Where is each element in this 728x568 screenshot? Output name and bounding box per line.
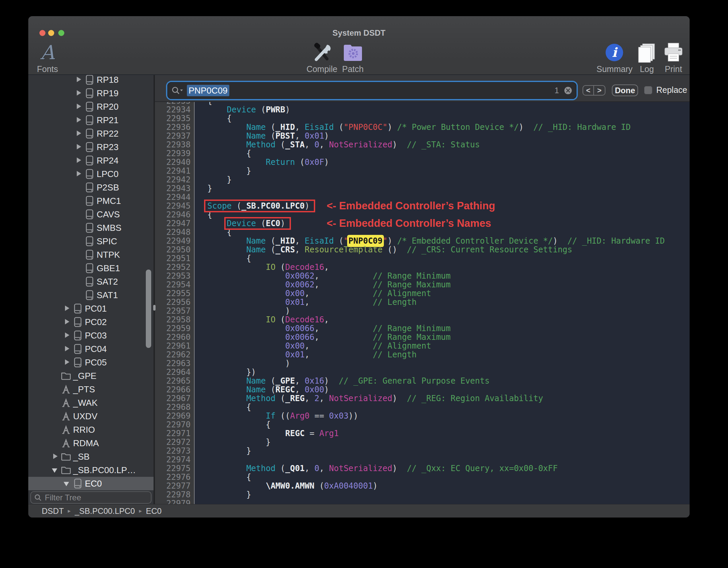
sidebar-item-pmc1[interactable]: PMC1 [28, 194, 154, 208]
code-line[interactable]: 22938 Method (_STA, 0, NotSerialized) //… [155, 140, 690, 149]
compile-button[interactable]: Compile [306, 41, 337, 74]
sidebar-item-gpe[interactable]: _GPE [28, 369, 154, 383]
code-line[interactable]: 22941 } [155, 167, 690, 175]
code-line[interactable]: 22970 { [155, 420, 690, 429]
code-line[interactable]: 22975 Method (_Q01, 0, NotSerialized) //… [155, 464, 690, 473]
sidebar-item-rp24[interactable]: RP24 [28, 154, 154, 167]
sidebar-item-rp23[interactable]: RP23 [28, 140, 154, 154]
sidebar-item-ntpk[interactable]: NTPK [28, 248, 154, 261]
sidebar-item-sat2[interactable]: SAT2 [28, 275, 154, 288]
code-line[interactable]: 22978 } [155, 490, 690, 499]
code-line[interactable]: 22940 Return (0x0F) [155, 158, 690, 167]
code-line[interactable]: 22951 { [155, 254, 690, 263]
sidebar-item-rdma[interactable]: RDMA [28, 436, 154, 450]
code-line[interactable]: 22950 Name (_CRS, ResourceTemplate () //… [155, 245, 690, 254]
disclosure-closed-icon[interactable] [74, 130, 84, 138]
code-line[interactable]: 22962 0x01, // Length [155, 350, 690, 359]
disclosure-closed-icon[interactable] [74, 103, 84, 111]
disclosure-closed-icon[interactable] [74, 116, 84, 124]
disclosure-closed-icon[interactable] [74, 143, 84, 151]
sidebar-item-rp22[interactable]: RP22 [28, 127, 154, 140]
disclosure-closed-icon[interactable] [62, 305, 72, 313]
sidebar-item-smbs[interactable]: SMBS [28, 221, 154, 235]
sidebar-item-uxdv[interactable]: UXDV [28, 410, 154, 423]
disclosure-open-icon[interactable] [51, 466, 61, 474]
replace-checkbox[interactable] [644, 86, 652, 94]
code-line[interactable]: 22943 } [155, 184, 690, 193]
sidebar-item-sat1[interactable]: SAT1 [28, 288, 154, 302]
disclosure-closed-icon[interactable] [74, 170, 84, 178]
sidebar-item-pc02[interactable]: PC02 [28, 315, 154, 329]
code-line[interactable]: 22974 [155, 455, 690, 464]
disclosure-closed-icon[interactable] [62, 358, 72, 366]
sidebar-item-p2sb[interactable]: P2SB [28, 181, 154, 194]
sidebar-item-pc01[interactable]: PC01 [28, 302, 154, 315]
code-line[interactable]: 22942 } [155, 175, 690, 184]
disclosure-closed-icon[interactable] [62, 318, 72, 326]
sidebar-item-spic[interactable]: SPIC [28, 235, 154, 248]
disclosure-closed-icon[interactable] [74, 156, 84, 165]
code-line[interactable]: 22957 ) [155, 307, 690, 315]
clear-search-icon[interactable] [564, 86, 572, 95]
code-line[interactable]: 22960 0x0066, // Range Maximum [155, 333, 690, 342]
sidebar-item-gbe1[interactable]: GBE1 [28, 261, 154, 275]
filter-tree-field[interactable] [30, 491, 152, 504]
code-line[interactable]: 22967 Method (_REG, 2, NotSerialized) //… [155, 394, 690, 403]
code-line[interactable]: 22972 } [155, 438, 690, 447]
patch-button[interactable]: Patch [342, 41, 364, 74]
sidebar-item-sbpc00lp[interactable]: _SB.PC00.LP… [28, 463, 154, 477]
sidebar-item-wak[interactable]: _WAK [28, 396, 154, 410]
code-line[interactable]: 22969 If ((Arg0 == 0x03)) [155, 412, 690, 420]
disclosure-closed-icon[interactable] [62, 345, 72, 353]
find-previous-button[interactable]: < [583, 86, 594, 95]
breadcrumb-item[interactable]: _SB.PC00.LPC0 [75, 506, 135, 516]
code-line[interactable]: 22963 ) [155, 359, 690, 368]
code-line[interactable]: 22966 Name (REGC, 0x00) [155, 385, 690, 394]
disclosure-open-icon[interactable] [62, 480, 72, 488]
pane-divider-handle[interactable] [153, 305, 156, 311]
summary-button[interactable]: i Summary [597, 41, 633, 74]
sidebar-scrollbar[interactable] [146, 270, 151, 348]
code-line[interactable]: 22964 }) [155, 368, 690, 377]
filter-tree-input[interactable] [45, 493, 147, 502]
sidebar-item-pc04[interactable]: PC04 [28, 342, 154, 356]
code-line[interactable]: 22936 Name (_HID, EisaId ("PNP0C0C") /* … [155, 123, 690, 132]
sidebar-item-sb[interactable]: _SB [28, 450, 154, 463]
sidebar-item-pts[interactable]: _PTS [28, 383, 154, 396]
sidebar-item-rrio[interactable]: RRIO [28, 423, 154, 436]
breadcrumb-item[interactable]: EC0 [146, 506, 162, 516]
sidebar-item-cavs[interactable]: CAVS [28, 208, 154, 221]
sidebar-item-rp20[interactable]: RP20 [28, 100, 154, 113]
disclosure-closed-icon[interactable] [51, 453, 61, 461]
print-button[interactable]: Print [663, 41, 684, 74]
breadcrumb-item[interactable]: DSDT [42, 506, 64, 516]
sidebar-item-rp18[interactable]: RP18 [28, 75, 154, 86]
disclosure-closed-icon[interactable] [74, 89, 84, 97]
done-button[interactable]: Done [612, 84, 638, 96]
code-line[interactable]: 22955 0x00, // Alignment [155, 289, 690, 298]
code-line[interactable]: 22968 { [155, 403, 690, 412]
search-field[interactable]: PNP0C09 1 [167, 82, 576, 99]
sidebar-item-ec0[interactable]: EC0 [28, 477, 154, 490]
code-line[interactable]: 22977 \AMW0.AMWN (0xA0040001) [155, 482, 690, 490]
disclosure-closed-icon[interactable] [74, 76, 84, 84]
code-line[interactable]: 22954 0x0062, // Range Maximum [155, 280, 690, 289]
code-line[interactable]: 22958 IO (Decode16, [155, 315, 690, 324]
sidebar-item-pc03[interactable]: PC03 [28, 329, 154, 342]
sidebar-item-lpc0[interactable]: LPC0 [28, 167, 154, 181]
code-line[interactable]: 22961 0x00, // Alignment [155, 342, 690, 350]
find-next-button[interactable]: > [594, 86, 605, 95]
code-line[interactable]: 22959 0x0066, // Range Minimum [155, 324, 690, 333]
code-line[interactable]: 22973 } [155, 447, 690, 455]
sidebar-item-rp21[interactable]: RP21 [28, 113, 154, 127]
code-line[interactable]: 22979 [155, 499, 690, 504]
code-line[interactable]: 22939 { [155, 149, 690, 158]
code-view[interactable]: 22933 {22934 Device (PWRB)22935 {22936 N… [155, 102, 690, 504]
code-line[interactable]: 22952 IO (Decode16, [155, 263, 690, 272]
code-line[interactable]: 22937 Name (PBST, 0x01) [155, 132, 690, 140]
code-line[interactable]: 22976 { [155, 473, 690, 482]
code-line[interactable]: 22956 0x01, // Length [155, 298, 690, 307]
code-line[interactable]: 22934 Device (PWRB) [155, 105, 690, 114]
fonts-button[interactable]: A Fonts [37, 41, 58, 74]
sidebar-item-rp19[interactable]: RP19 [28, 86, 154, 100]
